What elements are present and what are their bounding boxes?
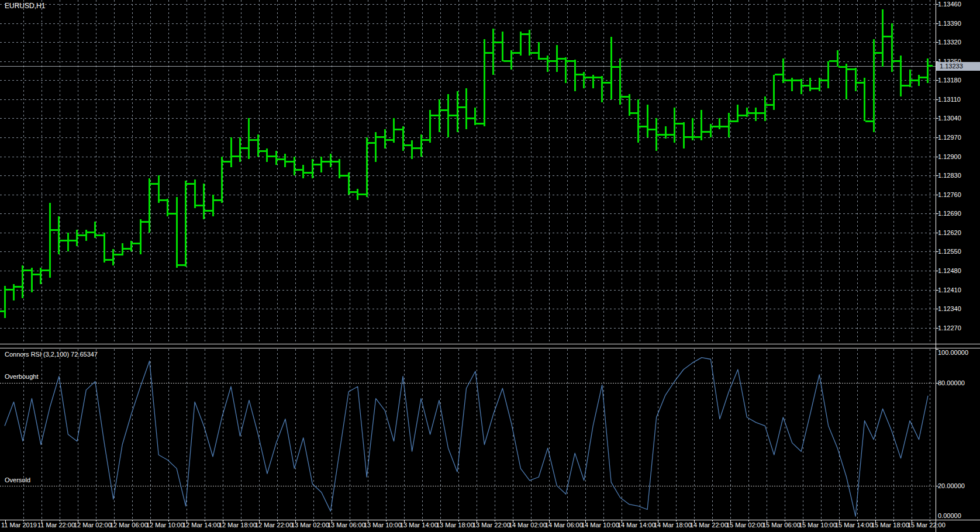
ohlc-open-tick <box>815 88 819 89</box>
ohlc-bar <box>755 108 757 121</box>
ohlc-open-tick <box>643 126 647 127</box>
ohlc-close-tick <box>838 66 843 68</box>
ohlc-open-tick <box>869 120 873 122</box>
ohlc-open-tick <box>218 199 222 201</box>
time-axis-label: 15 Mar 14:00 <box>835 521 873 528</box>
ohlc-close-tick <box>612 66 616 68</box>
ohlc-close-tick <box>178 264 182 266</box>
ohlc-open-tick <box>833 60 837 62</box>
ohlc-open-tick <box>416 147 420 149</box>
ohlc-open-tick <box>281 158 285 160</box>
ohlc-bar <box>230 137 232 167</box>
ohlc-open-tick <box>244 147 249 149</box>
time-axis-label: 11 Mar 22:00 <box>37 521 75 528</box>
ohlc-bar <box>900 56 902 96</box>
ohlc-bar <box>393 118 395 143</box>
ohlc-close-tick <box>503 60 508 62</box>
ohlc-bar <box>465 88 467 129</box>
ohlc-open-tick <box>453 115 457 116</box>
ohlc-bar <box>49 203 51 278</box>
ohlc-close-tick <box>78 234 82 236</box>
ohlc-bar <box>13 284 15 300</box>
ohlc-bar <box>918 75 920 86</box>
ohlc-open-tick <box>226 161 230 163</box>
ohlc-close-tick <box>567 60 571 62</box>
ohlc-bar <box>122 243 123 255</box>
ohlc-bar <box>76 230 78 246</box>
ohlc-open-tick <box>461 106 465 108</box>
ohlc-close-tick <box>748 112 752 114</box>
ohlc-bar <box>502 32 503 61</box>
ohlc-bar <box>384 129 386 148</box>
ohlc-close-tick <box>621 96 625 98</box>
ohlc-open-tick <box>516 52 520 54</box>
ohlc-open-tick <box>923 77 927 78</box>
ohlc-bar <box>194 179 196 208</box>
ohlc-open-tick <box>498 42 502 43</box>
ohlc-bar <box>692 118 693 140</box>
ohlc-close-tick <box>893 60 897 62</box>
ohlc-bar <box>457 91 458 132</box>
ohlc-open-tick <box>0 310 4 312</box>
ohlc-bar <box>366 137 368 197</box>
ohlc-bar <box>185 181 187 267</box>
ohlc-close-tick <box>657 134 661 136</box>
ohlc-close-tick <box>648 129 653 130</box>
time-axis-label: 13 Mar 14:00 <box>400 521 438 528</box>
ohlc-close-tick <box>368 142 372 144</box>
chart-canvas[interactable] <box>0 0 980 532</box>
price-axis-label: 1.12970 <box>938 134 961 141</box>
ohlc-open-tick <box>271 156 275 157</box>
ohlc-bar <box>674 108 675 143</box>
ohlc-bar <box>31 268 33 292</box>
ohlc-close-tick <box>522 33 526 35</box>
ohlc-open-tick <box>91 232 95 233</box>
ohlc-open-tick <box>679 123 683 125</box>
ohlc-close-tick <box>123 248 127 250</box>
overbought-label: Overbought <box>5 373 38 380</box>
ohlc-open-tick <box>199 205 203 206</box>
time-axis-label: 15 Mar 10:00 <box>799 521 837 528</box>
ohlc-close-tick <box>458 106 463 108</box>
ohlc-bar <box>710 124 712 137</box>
ohlc-open-tick <box>552 60 556 62</box>
ohlc-bar <box>40 268 42 284</box>
ohlc-close-tick <box>784 80 788 81</box>
ohlc-open-tick <box>860 82 864 84</box>
ohlc-bar <box>357 189 358 200</box>
symbol-period-label: EURUSD,H1 <box>5 2 45 10</box>
ohlc-open-tick <box>54 229 58 231</box>
price-axis-label: 1.13390 <box>938 20 961 27</box>
ohlc-close-tick <box>739 115 743 116</box>
ohlc-bar <box>312 159 313 178</box>
ohlc-open-tick <box>45 270 49 271</box>
ohlc-bar <box>873 39 875 132</box>
ohlc-bar <box>176 197 178 268</box>
ohlc-close-tick <box>358 194 363 195</box>
ohlc-bar <box>764 96 766 121</box>
ohlc-open-tick <box>362 194 366 195</box>
ohlc-open-tick <box>824 80 828 81</box>
ohlc-open-tick <box>190 183 194 185</box>
ohlc-close-tick <box>277 158 281 160</box>
ohlc-close-tick <box>214 199 218 201</box>
ohlc-close-tick <box>322 161 326 163</box>
ohlc-bar <box>637 99 639 143</box>
ohlc-open-tick <box>887 36 891 37</box>
ohlc-open-tick <box>154 183 158 185</box>
ohlc-close-tick <box>775 74 779 75</box>
ohlc-close-tick <box>865 120 869 122</box>
ohlc-open-tick <box>760 112 764 114</box>
ohlc-bar <box>275 151 277 164</box>
ohlc-bar <box>592 75 594 88</box>
price-axis-label: 1.13040 <box>938 115 961 122</box>
ohlc-close-tick <box>757 112 761 114</box>
ohlc-open-tick <box>806 85 810 87</box>
ohlc-open-tick <box>507 60 511 62</box>
ohlc-close-tick <box>847 68 851 70</box>
ohlc-open-tick <box>697 136 701 138</box>
ohlc-open-tick <box>27 270 31 271</box>
price-axis-label: 1.12480 <box>938 267 961 274</box>
ohlc-close-tick <box>142 221 146 223</box>
ohlc-bar <box>212 195 214 216</box>
